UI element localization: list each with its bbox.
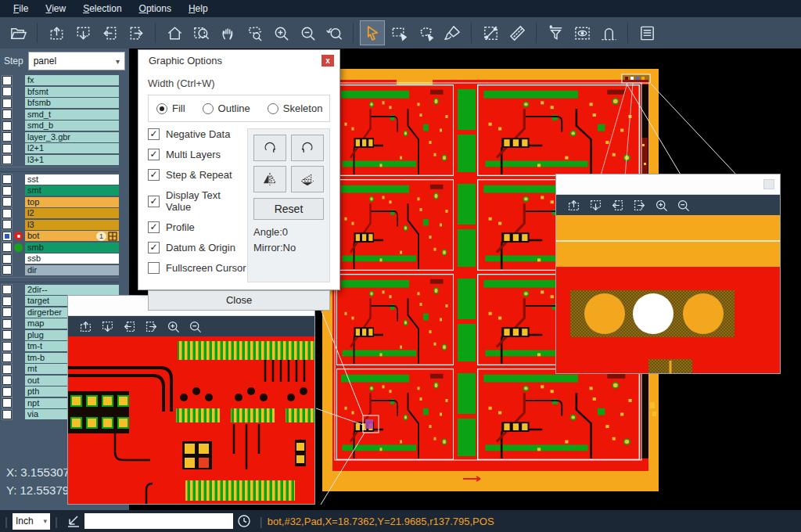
view-options-button[interactable] [569, 20, 594, 45]
radio-outline[interactable]: Outline [203, 102, 250, 114]
zoom-in-button[interactable] [652, 196, 670, 214]
layer-name[interactable]: sst [25, 174, 119, 185]
zoom-out-button[interactable] [673, 196, 692, 214]
layer-checkbox[interactable] [2, 285, 12, 294]
layer-checkbox[interactable] [2, 132, 12, 142]
home-button[interactable] [162, 20, 187, 45]
layer-checkbox[interactable] [2, 76, 12, 85]
layer-checkbox[interactable] [2, 398, 12, 408]
filter-button[interactable] [543, 20, 568, 45]
layer-name[interactable]: l3+1 [25, 155, 119, 165]
layer-name[interactable]: bfsmt [25, 87, 119, 97]
checkbox-multi-layers[interactable]: ✓Multi Layers [148, 149, 247, 160]
radio-fill[interactable]: Fill [156, 102, 185, 114]
layer-name[interactable]: fx [25, 75, 119, 85]
select-rect-button[interactable] [386, 20, 411, 45]
layer-checkbox[interactable] [2, 186, 12, 196]
checkbox-negative-data[interactable]: ✓Negative Data [148, 128, 247, 140]
layer-checkbox[interactable] [2, 110, 12, 119]
zoom-popup-bottom-left[interactable] [67, 295, 315, 505]
layer-checkbox[interactable] [2, 297, 12, 306]
layer-checkbox[interactable] [2, 121, 12, 131]
layer-name[interactable]: 2dir-- [25, 285, 119, 295]
layer-checkbox[interactable] [2, 174, 12, 184]
select-polygon-button[interactable] [413, 20, 438, 45]
zoom-previous-button[interactable] [321, 20, 347, 45]
layer-name[interactable]: bot1 [25, 231, 119, 241]
pan-hand-button[interactable] [215, 20, 240, 45]
popup-pcb-view[interactable] [68, 336, 314, 504]
zoom-window-button[interactable] [189, 20, 214, 45]
checkbox-datum-origin[interactable]: ✓Datum & Origin [148, 242, 247, 253]
layer-checkbox[interactable] [2, 144, 12, 153]
measure-distance-button[interactable] [478, 20, 503, 45]
open-folder-button[interactable] [5, 20, 31, 45]
layer-checkbox[interactable] [2, 87, 12, 96]
menu-help[interactable]: Help [180, 0, 217, 17]
flip-horizontal-button[interactable] [291, 166, 324, 192]
select-cursor-button[interactable] [360, 20, 385, 45]
layer-checkbox[interactable] [2, 197, 12, 207]
pan-right-button[interactable] [630, 196, 648, 214]
pan-left-button[interactable] [97, 20, 122, 45]
step-select[interactable]: panel ▾ [28, 52, 125, 70]
unit-select[interactable]: Inch ▾ [13, 513, 50, 530]
checkbox-fullscreen-cursor[interactable]: Fullscreen Cursor [148, 262, 247, 274]
report-list-button[interactable] [634, 20, 659, 45]
checkbox-step-repeat[interactable]: ✓Step & Repeat [148, 169, 247, 181]
pan-down-button[interactable] [586, 196, 605, 214]
layer-name[interactable]: smd_t [25, 110, 119, 120]
layer-checkbox[interactable] [2, 254, 12, 264]
layer-name[interactable]: ssb [25, 253, 119, 264]
refresh-clock-icon[interactable] [236, 513, 252, 529]
layer-checkbox[interactable] [2, 330, 12, 340]
pan-right-button[interactable] [142, 317, 160, 336]
layer-checkbox[interactable] [2, 410, 12, 419]
layer-name[interactable]: dir [25, 265, 119, 275]
menu-options[interactable]: Options [131, 0, 180, 17]
menu-file[interactable]: File [5, 0, 37, 17]
layer-name[interactable]: l3 [25, 220, 119, 230]
flip-vertical-button[interactable] [253, 166, 286, 192]
layer-name[interactable]: top [25, 197, 119, 207]
zoom-in-button[interactable] [268, 20, 293, 45]
layer-name[interactable]: l2+1 [25, 143, 119, 153]
pan-left-button[interactable] [120, 317, 138, 336]
layer-checkbox[interactable] [2, 365, 12, 374]
layer-checkbox[interactable] [2, 307, 12, 317]
pan-up-button[interactable] [76, 317, 95, 336]
checkbox-display-text-value[interactable]: ✓Display Text Value [148, 189, 247, 213]
layer-checkbox[interactable] [2, 319, 12, 329]
layer-checkbox[interactable] [2, 232, 12, 241]
pan-down-button[interactable] [70, 20, 95, 45]
menu-selection[interactable]: Selection [74, 0, 130, 17]
pan-up-button[interactable] [44, 20, 69, 45]
popup-pcb-view[interactable] [556, 215, 780, 373]
layer-name[interactable]: smt [25, 185, 119, 196]
dialog-close-button[interactable]: x [321, 55, 334, 66]
command-input[interactable] [84, 513, 233, 529]
layer-checkbox[interactable] [2, 220, 12, 229]
zoom-popup-right[interactable] [555, 174, 781, 374]
layer-checkbox[interactable] [2, 155, 12, 164]
layer-checkbox[interactable] [2, 99, 12, 108]
measure-ruler-button[interactable] [505, 20, 530, 45]
pan-down-button[interactable] [98, 317, 117, 336]
layer-checkbox[interactable] [2, 243, 12, 252]
layer-name[interactable]: l2 [25, 208, 119, 218]
rotate-cw-button[interactable] [253, 135, 286, 161]
layer-checkbox[interactable] [2, 353, 12, 362]
pan-up-button[interactable] [564, 196, 583, 214]
close-button[interactable]: Close [148, 290, 330, 311]
zoom-out-button[interactable] [185, 317, 204, 336]
reset-button[interactable]: Reset [253, 198, 324, 220]
layer-name[interactable]: bfsmb [25, 98, 119, 108]
zoom-object-button[interactable] [242, 20, 267, 45]
menu-view[interactable]: View [37, 0, 74, 17]
layer-name[interactable]: smd_b [25, 120, 119, 131]
layer-name[interactable]: smb [25, 243, 119, 253]
snap-magnet-button[interactable] [596, 20, 621, 45]
layer-checkbox[interactable] [2, 265, 12, 275]
clean-brush-button[interactable] [440, 20, 465, 45]
radio-skeleton[interactable]: Skeleton [268, 102, 323, 114]
